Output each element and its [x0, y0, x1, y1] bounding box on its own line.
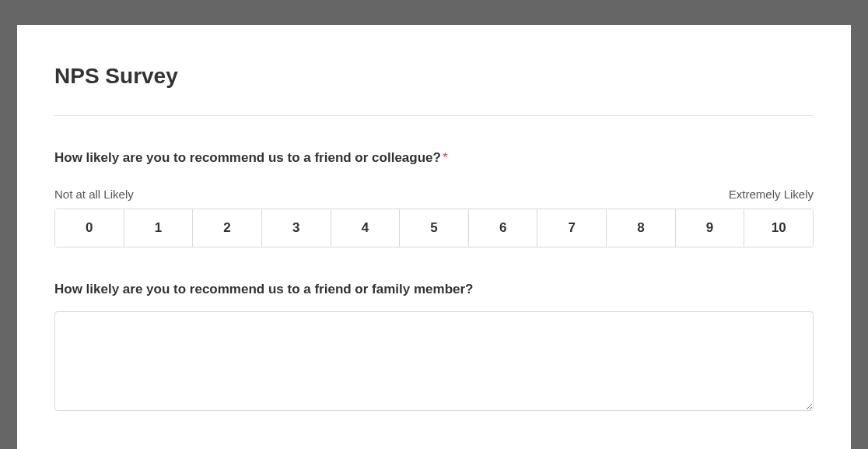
nps-option-6[interactable]: 6 [469, 209, 538, 247]
scale-labels: Not at all Likely Extremely Likely [54, 188, 814, 201]
nps-option-5[interactable]: 5 [400, 209, 469, 247]
required-mark: * [443, 150, 448, 165]
question-1: How likely are you to recommend us to a … [54, 150, 814, 166]
question-2: How likely are you to recommend us to a … [54, 282, 814, 297]
scale-low-label: Not at all Likely [54, 188, 134, 201]
nps-option-1[interactable]: 1 [124, 209, 194, 247]
page-title: NPS Survey [54, 64, 814, 89]
divider [54, 115, 814, 116]
nps-option-9[interactable]: 9 [676, 209, 745, 247]
nps-option-3[interactable]: 3 [262, 209, 331, 247]
nps-option-10[interactable]: 10 [744, 209, 813, 247]
question-1-text: How likely are you to recommend us to a … [54, 150, 441, 165]
nps-option-7[interactable]: 7 [537, 209, 607, 247]
nps-option-2[interactable]: 2 [193, 209, 262, 247]
question-2-textarea[interactable] [54, 311, 814, 411]
survey-page: NPS Survey How likely are you to recomme… [17, 25, 851, 449]
nps-option-0[interactable]: 0 [55, 209, 124, 247]
scale-high-label: Extremely Likely [729, 188, 814, 201]
nps-scale: 0 1 2 3 4 5 6 7 8 9 10 [54, 209, 814, 247]
nps-option-8[interactable]: 8 [607, 209, 676, 247]
nps-option-4[interactable]: 4 [331, 209, 401, 247]
